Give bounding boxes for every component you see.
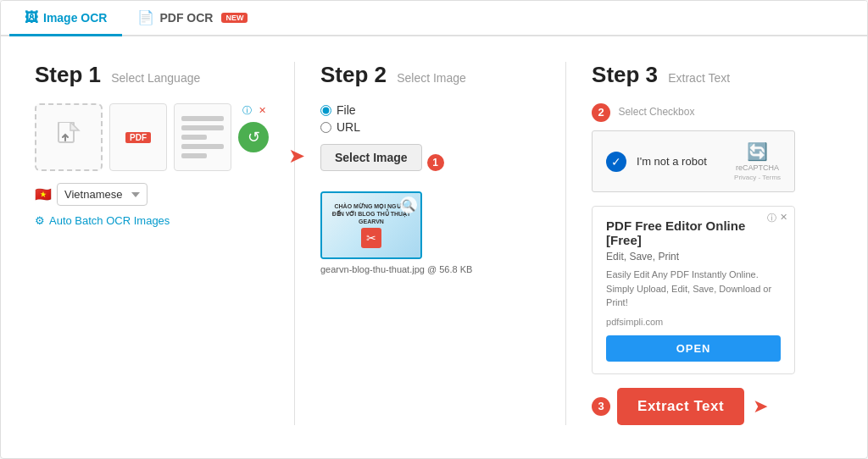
divider-1 [294, 62, 295, 425]
gear-icon: ⚙ [35, 214, 45, 227]
tab-pdf-ocr-label: PDF OCR [159, 11, 213, 25]
radio-url-item[interactable]: URL [320, 120, 540, 134]
radio-url-label: URL [337, 120, 360, 134]
extract-text-button[interactable]: Extract Text [617, 388, 744, 425]
pdf-ocr-icon: 📄 [137, 9, 154, 25]
step1-label: Select Language [111, 71, 200, 85]
ad-close-icon[interactable]: ✕ [780, 212, 787, 224]
pdf-icon-box: PDF [109, 103, 167, 171]
step2-label: Select Image [397, 71, 466, 85]
radio-url[interactable] [320, 122, 331, 133]
radio-file-label: File [337, 103, 356, 117]
radio-group: File URL [320, 103, 540, 134]
ad-open-button[interactable]: OPEN [606, 335, 781, 362]
captcha-label: I'm not a robot [637, 155, 707, 168]
file-info: gearvn-blog-thu-thuat.jpg @ 56.8 KB [320, 264, 540, 274]
radio-file[interactable] [320, 105, 331, 116]
select-image-button[interactable]: Select Image [320, 144, 422, 171]
lines-box [174, 103, 231, 171]
line5 [181, 153, 207, 158]
line2 [181, 125, 224, 130]
tab-pdf-ocr[interactable]: 📄 PDF OCR NEW [122, 1, 263, 36]
tab-image-ocr-label: Image OCR [43, 11, 107, 25]
language-select: 🇻🇳 Vietnamese English French [35, 183, 269, 206]
auto-batch-label: Auto Batch OCR Images [49, 214, 170, 227]
image-ocr-icon: 🖼 [25, 10, 38, 25]
ad-box: ⓘ ✕ PDF Free Editor Online [Free] Edit, … [592, 206, 795, 374]
upload-box[interactable] [35, 103, 103, 171]
new-badge: NEW [221, 13, 248, 23]
step3-header: Step 3 Extract Text [592, 62, 833, 88]
app-container: 🖼 Image OCR 📄 PDF OCR NEW Step 1 Select … [0, 0, 868, 459]
recaptcha-box: ✓ I'm not a robot 🔄 reCAPTCHA Privacy - … [592, 130, 795, 192]
select-checkbox-label: Select Checkbox [618, 106, 694, 118]
pdf-label: PDF [125, 132, 151, 143]
step1-header: Step 1 Select Language [35, 62, 269, 88]
close-icon[interactable]: ✕ [255, 103, 269, 117]
checkbox-label: 2 Select Checkbox [592, 103, 833, 122]
preview-text: CHÀO MỪNG MỌI NGƯỜI ĐẾN VỚI BLOG THỦ THU… [332, 202, 411, 225]
preview-line3: GEARVN [332, 218, 411, 225]
image-preview-container: CHÀO MỪNG MỌI NGƯỜI ĐẾN VỚI BLOG THỦ THU… [320, 191, 422, 259]
step3-badge-2: 2 [592, 103, 610, 122]
line1 [181, 116, 224, 121]
ad-desc: Easily Edit Any PDF Instantly Online. Si… [606, 268, 781, 310]
step2-badge: 1 [427, 154, 444, 171]
step2-number: Step 2 [320, 62, 387, 87]
magnify-icon[interactable]: 🔍 [400, 196, 417, 213]
arrow-to-select-btn: ➤ [288, 144, 305, 168]
checkmark-icon[interactable]: ✓ [606, 152, 626, 172]
step3-section: Step 3 Extract Text 2 Select Checkbox ✓ … [575, 62, 833, 425]
recaptcha-logo: 🔄 [747, 141, 768, 162]
upload-area: PDF ⓘ ✕ ↺ [35, 103, 269, 171]
extract-row: 3 Extract Text ➤ [592, 388, 833, 425]
step1-number: Step 1 [35, 62, 101, 87]
step2-section: Step 2 Select Image File URL ➤ Select Im… [303, 62, 557, 425]
line3 [181, 135, 207, 140]
arrow-down-icon: ➤ [753, 395, 768, 418]
tab-image-ocr[interactable]: 🖼 Image OCR [9, 2, 122, 36]
preview-line2: ĐẾN VỚI BLOG THỦ THUẬT [332, 210, 411, 218]
recaptcha-privacy: Privacy - Terms [734, 174, 781, 181]
ad-title: PDF Free Editor Online [Free] [606, 218, 781, 247]
language-dropdown[interactable]: Vietnamese English French [57, 183, 147, 206]
radio-file-item[interactable]: File [320, 103, 540, 117]
divider-2 [565, 62, 566, 425]
flag-icon: 🇻🇳 [35, 186, 52, 202]
step1-section: Step 1 Select Language PDF [35, 62, 286, 425]
captcha-left: ✓ I'm not a robot [606, 152, 707, 172]
upload-icon [57, 122, 81, 149]
tab-bar: 🖼 Image OCR 📄 PDF OCR NEW [1, 1, 867, 36]
main-content: Step 1 Select Language PDF [1, 36, 867, 451]
ad-subtitle: Edit, Save, Print [606, 251, 781, 263]
auto-batch-link[interactable]: ⚙ Auto Batch OCR Images [35, 214, 269, 227]
recaptcha-right: 🔄 reCAPTCHA Privacy - Terms [734, 141, 781, 181]
ad-domain: pdfsimpli.com [606, 317, 781, 327]
step3-badge-3: 3 [592, 397, 610, 416]
info-icon[interactable]: ⓘ [240, 103, 253, 117]
ad-info-icon[interactable]: ⓘ [767, 212, 776, 224]
ad-controls: ⓘ ✕ [767, 212, 787, 224]
step3-label: Extract Text [668, 71, 730, 85]
select-btn-row: ➤ Select Image 1 [320, 144, 540, 181]
preview-logo: ✂ [361, 228, 381, 248]
preview-line1: CHÀO MỪNG MỌI NGƯỜI [332, 202, 411, 210]
recaptcha-text: reCAPTCHA [736, 163, 779, 172]
upload-controls: ⓘ ✕ [240, 103, 269, 117]
step3-number: Step 3 [592, 62, 658, 87]
step2-header: Step 2 Select Image [320, 62, 540, 88]
line4 [181, 144, 224, 149]
swirl-icon: ↺ [238, 122, 269, 152]
